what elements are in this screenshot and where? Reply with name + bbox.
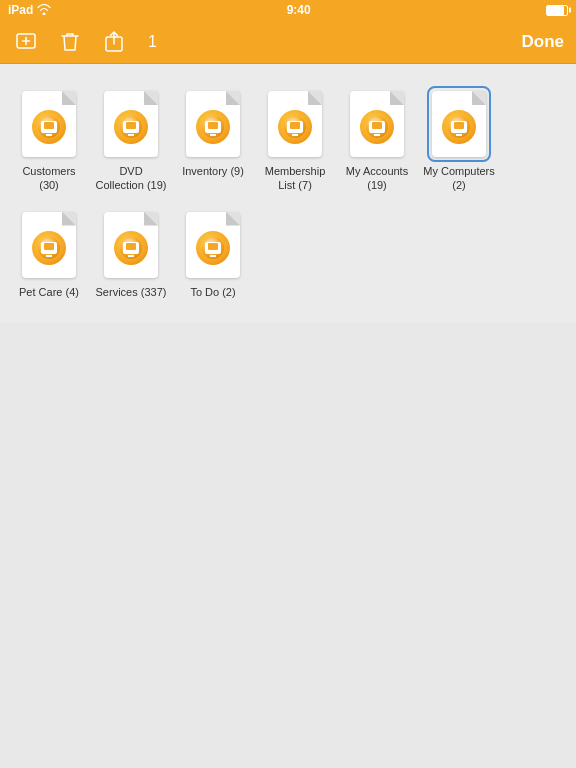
selection-count: 1 [148,33,157,51]
file-icon-wrapper [265,88,325,160]
file-icon-wrapper [347,88,407,160]
db-badge [114,231,148,265]
db-badge [196,110,230,144]
toolbar-left: 1 [12,28,157,56]
file-grid: Customers (30) DVD Collection (19) [0,64,576,323]
db-badge-inner [202,116,224,138]
document-icon [22,212,76,278]
file-icon-wrapper [101,88,161,160]
document-icon [186,91,240,157]
tv-icon [287,121,303,133]
db-badge [32,231,66,265]
device-label: iPad [8,3,33,17]
status-bar: iPad 9:40 [0,0,576,20]
db-badge-inner [38,237,60,259]
db-badge [32,110,66,144]
file-icon-wrapper [429,88,489,160]
file-item[interactable]: Membership List (7) [254,80,336,201]
file-item[interactable]: My Computers (2) [418,80,500,201]
file-icon-wrapper [183,88,243,160]
file-label: Inventory (9) [182,164,244,178]
status-left: iPad [8,3,51,17]
file-icon-wrapper [183,209,243,281]
status-right [546,5,568,16]
tv-icon [123,242,139,254]
tv-icon [123,121,139,133]
wifi-icon [37,4,51,17]
file-label: DVD Collection (19) [94,164,168,193]
db-badge [360,110,394,144]
db-badge [114,110,148,144]
share-button[interactable] [100,28,128,56]
file-icon-wrapper [101,209,161,281]
tv-icon [41,242,57,254]
document-icon [350,91,404,157]
file-label: Pet Care (4) [19,285,79,299]
tv-icon [369,121,385,133]
document-icon [22,91,76,157]
db-badge-inner [202,237,224,259]
document-icon [432,91,486,157]
file-icon-wrapper [19,209,79,281]
file-item[interactable]: Customers (30) [8,80,90,201]
file-label: Services (337) [96,285,167,299]
status-time: 9:40 [287,3,311,17]
file-item[interactable]: My Accounts (19) [336,80,418,201]
db-badge-inner [448,116,470,138]
delete-button[interactable] [56,28,84,56]
toolbar: 1 Done [0,20,576,64]
file-item[interactable]: Inventory (9) [172,80,254,201]
file-item[interactable]: To Do (2) [172,201,254,307]
db-badge [278,110,312,144]
tv-icon [451,121,467,133]
document-icon [186,212,240,278]
document-icon [268,91,322,157]
tv-icon [205,121,221,133]
db-badge [196,231,230,265]
tv-icon [205,242,221,254]
db-badge-inner [120,237,142,259]
file-label: My Computers (2) [422,164,496,193]
add-button[interactable] [12,28,40,56]
done-button[interactable]: Done [522,32,565,52]
document-icon [104,91,158,157]
file-item[interactable]: Pet Care (4) [8,201,90,307]
file-label: Customers (30) [12,164,86,193]
db-badge-inner [120,116,142,138]
db-badge-inner [38,116,60,138]
file-label: My Accounts (19) [340,164,414,193]
file-label: To Do (2) [190,285,235,299]
battery-icon [546,5,568,16]
db-badge-inner [284,116,306,138]
file-item[interactable]: DVD Collection (19) [90,80,172,201]
document-icon [104,212,158,278]
db-badge [442,110,476,144]
tv-icon [41,121,57,133]
file-icon-wrapper [19,88,79,160]
file-label: Membership List (7) [258,164,332,193]
db-badge-inner [366,116,388,138]
file-item[interactable]: Services (337) [90,201,172,307]
